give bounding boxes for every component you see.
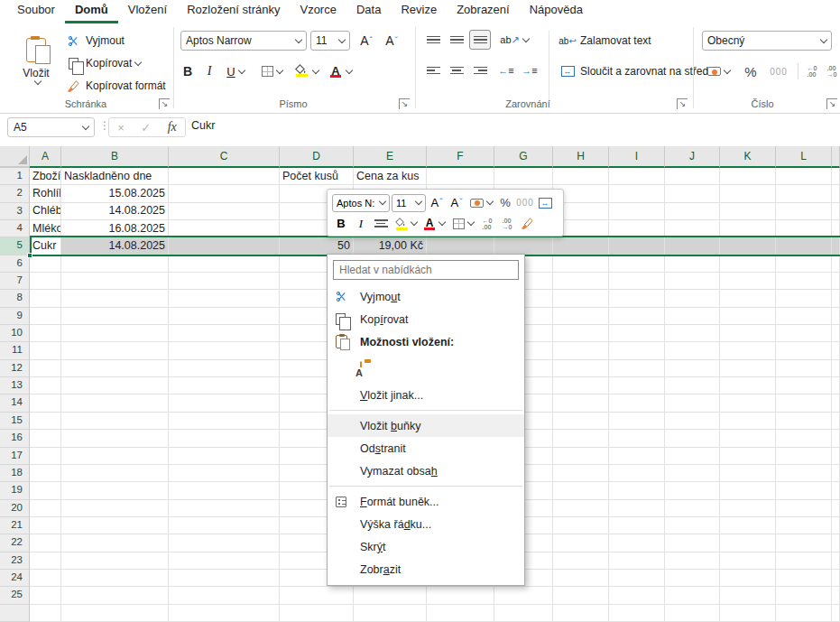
cell-I24[interactable] <box>609 570 665 587</box>
cell-K13[interactable] <box>720 377 776 395</box>
mini-fill-color-button[interactable] <box>392 215 419 233</box>
cell-C9[interactable] <box>169 308 280 325</box>
font-name-combo[interactable]: Aptos Narrow <box>180 31 307 51</box>
font-size-combo[interactable]: 11 <box>310 31 350 51</box>
cell-I9[interactable] <box>609 308 665 325</box>
menu-search-input[interactable] <box>339 264 512 276</box>
cell-A21[interactable] <box>30 517 61 534</box>
cell-B10[interactable] <box>61 325 169 342</box>
cell-C2[interactable] <box>169 185 280 202</box>
cell-H15[interactable] <box>553 413 609 430</box>
cell-L5[interactable] <box>776 237 832 255</box>
cell-A4[interactable]: Mléko <box>30 220 61 237</box>
cell-F26[interactable] <box>427 605 494 622</box>
row-header-7[interactable]: 7 <box>0 273 30 290</box>
row-header-4[interactable]: 4 <box>0 220 30 237</box>
cell-K16[interactable] <box>720 430 776 447</box>
row-header-18[interactable]: 18 <box>0 465 30 482</box>
row-header-22[interactable]: 22 <box>0 534 30 552</box>
cell-B3[interactable]: 14.08.2025 <box>61 203 169 220</box>
cell-partial-13[interactable] <box>832 377 840 395</box>
cell-K6[interactable] <box>720 255 776 273</box>
cell-D1[interactable]: Počet kusů <box>280 168 354 185</box>
cell-A8[interactable] <box>30 290 61 307</box>
comma-style-button[interactable]: 000 <box>765 61 792 81</box>
row-header-13[interactable]: 13 <box>0 377 30 395</box>
mini-bold-button[interactable]: B <box>332 215 350 233</box>
cell-A9[interactable] <box>30 308 61 325</box>
cell-J22[interactable] <box>665 534 720 552</box>
cell-C22[interactable] <box>169 534 280 552</box>
cell-H6[interactable] <box>553 255 609 273</box>
cell-J3[interactable] <box>665 203 720 220</box>
cell-L1[interactable] <box>776 168 832 185</box>
menu-item-hide[interactable]: Skrýt <box>328 535 524 558</box>
cell-I13[interactable] <box>609 377 665 395</box>
column-header-J[interactable]: J <box>665 146 720 168</box>
cell-C23[interactable] <box>169 552 280 570</box>
cell-C5[interactable] <box>169 237 280 255</box>
shrink-font-button[interactable]: Aˇ <box>381 31 402 51</box>
cell-C24[interactable] <box>169 570 280 587</box>
cell-J20[interactable] <box>665 500 720 517</box>
cell-partial-26[interactable] <box>832 605 840 622</box>
cell-J21[interactable] <box>665 517 720 534</box>
clipboard-dialog-launcher-icon[interactable]: ↘ <box>159 98 170 109</box>
cell-D25[interactable] <box>280 587 354 604</box>
orientation-button[interactable]: ab↗ <box>498 30 531 50</box>
cell-J25[interactable] <box>665 587 720 604</box>
cell-K10[interactable] <box>720 325 776 342</box>
row-header-25[interactable]: 25 <box>0 587 30 604</box>
cell-partial-11[interactable] <box>832 342 840 359</box>
cell-C25[interactable] <box>169 587 280 604</box>
cell-H14[interactable] <box>553 395 609 412</box>
cell-J13[interactable] <box>665 377 720 395</box>
column-header-L[interactable]: L <box>776 146 832 168</box>
mini-format-painter-button[interactable] <box>518 215 536 233</box>
enter-icon[interactable]: ✓ <box>141 121 151 135</box>
cell-H17[interactable] <box>553 448 609 465</box>
menu-item-cut[interactable]: Vyjmout <box>328 285 524 308</box>
align-right-button[interactable] <box>469 60 491 80</box>
row-header-8[interactable]: 8 <box>0 290 30 307</box>
cell-C7[interactable] <box>169 273 280 290</box>
cell-K4[interactable] <box>720 220 776 237</box>
menu-search-box[interactable] <box>333 260 519 280</box>
cell-K14[interactable] <box>720 395 776 412</box>
italic-button[interactable]: I <box>200 61 218 81</box>
cell-C3[interactable] <box>169 203 280 220</box>
cell-L22[interactable] <box>776 534 832 552</box>
cell-partial-19[interactable] <box>832 482 840 499</box>
cell-I14[interactable] <box>609 395 665 412</box>
wrap-text-button[interactable]: ab↩ Zalamovat text <box>559 31 651 51</box>
cell-L8[interactable] <box>776 290 832 307</box>
cell-J1[interactable] <box>665 168 720 185</box>
row-header-2[interactable]: 2 <box>0 185 30 202</box>
cell-B20[interactable] <box>61 500 169 517</box>
mini-shrink-font-button[interactable]: Aˇ <box>448 194 466 212</box>
cell-J17[interactable] <box>665 448 720 465</box>
align-left-button[interactable] <box>422 60 444 80</box>
row-header-3[interactable]: 3 <box>0 203 30 220</box>
cell-I6[interactable] <box>609 255 665 273</box>
grow-font-button[interactable]: Aˆ <box>355 31 377 51</box>
bold-button[interactable]: B <box>179 61 197 81</box>
cell-partial-9[interactable] <box>832 308 840 325</box>
column-header-C[interactable]: C <box>169 146 280 168</box>
cell-C26[interactable] <box>169 605 280 622</box>
menu-item-format-cells[interactable]: Formát buněk... <box>328 490 524 513</box>
tab-vzorce[interactable]: Vzorce <box>290 0 346 23</box>
cut-button[interactable]: Vyjmout <box>65 31 125 51</box>
mini-accounting-button[interactable] <box>467 194 494 212</box>
cell-K9[interactable] <box>720 308 776 325</box>
cell-H11[interactable] <box>553 342 609 359</box>
row-header-11[interactable]: 11 <box>0 342 30 359</box>
cell-partial-1[interactable] <box>832 168 840 185</box>
cell-C15[interactable] <box>169 413 280 430</box>
cell-L17[interactable] <box>776 448 832 465</box>
cell-L12[interactable] <box>776 360 832 377</box>
cell-L24[interactable] <box>776 570 832 587</box>
cell-partial-14[interactable] <box>832 395 840 412</box>
cell-J12[interactable] <box>665 360 720 377</box>
cell-K23[interactable] <box>720 552 776 570</box>
